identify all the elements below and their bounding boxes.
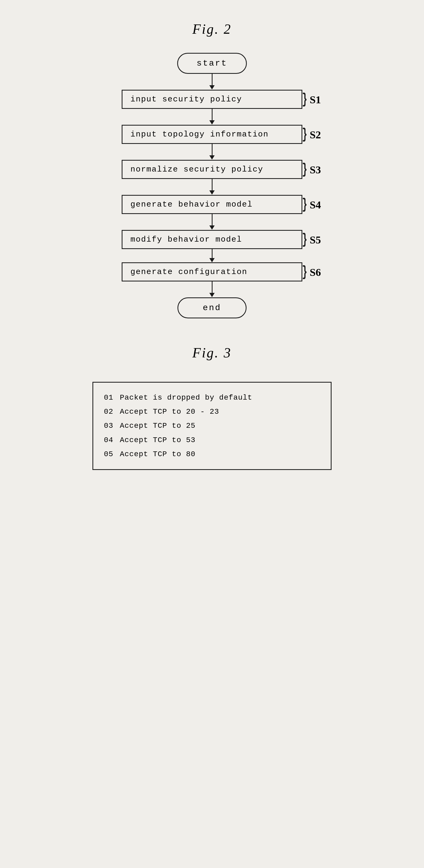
code-text-2: Accept TCP to 20 - 23 (120, 405, 219, 419)
step-row-s2: input topology information }S2 (103, 125, 321, 144)
arrow-7 (209, 281, 215, 298)
fig2-title: Fig. 2 (192, 21, 232, 37)
arrow-6 (209, 249, 215, 262)
code-line-3: 03 Accept TCP to 25 (104, 419, 320, 433)
step-s5-box: modify behavior model (122, 230, 302, 249)
code-line-5: 05 Accept TCP to 80 (104, 447, 320, 461)
step-s4-label: }S4 (300, 197, 321, 212)
arrow-5 (209, 214, 215, 230)
step-s3-box: normalize security policy (122, 160, 302, 179)
code-text-1: Packet is dropped by default (120, 391, 252, 405)
code-num-5: 05 (104, 447, 115, 461)
arrow-1 (209, 74, 215, 90)
page-container: Fig. 2 start input security policy }S1 i… (0, 0, 424, 868)
step-row-s4: generate behavior model }S4 (103, 195, 321, 214)
code-num-1: 01 (104, 391, 115, 405)
step-s3-label: }S3 (300, 162, 321, 177)
bracket-s4: } (302, 197, 307, 212)
code-text-3: Accept TCP to 25 (120, 419, 195, 433)
bracket-s1: } (302, 92, 307, 107)
code-num-4: 04 (104, 433, 115, 447)
code-line-4: 04 Accept TCP to 53 (104, 433, 320, 447)
code-text-4: Accept TCP to 53 (120, 433, 195, 447)
step-s2-label: }S2 (300, 127, 321, 142)
code-line-1: 01 Packet is dropped by default (104, 391, 320, 405)
arrow-2 (209, 109, 215, 125)
code-line-2: 02 Accept TCP to 20 - 23 (104, 405, 320, 419)
bracket-s2: } (302, 127, 307, 142)
step-s5-label: }S5 (300, 232, 321, 247)
step-s6-box: generate configuration (122, 262, 302, 281)
step-s4-box: generate behavior model (122, 195, 302, 214)
code-num-2: 02 (104, 405, 115, 419)
bracket-s3: } (302, 162, 307, 177)
flowchart: start input security policy }S1 input to… (92, 53, 332, 318)
bracket-s6: } (302, 265, 307, 279)
step-row-s5: modify behavior model }S5 (103, 230, 321, 249)
arrow-3 (209, 144, 215, 160)
step-row-s3: normalize security policy }S3 (103, 160, 321, 179)
code-num-3: 03 (104, 419, 115, 433)
step-s1-label: }S1 (300, 92, 321, 107)
step-s1-box: input security policy (122, 90, 302, 109)
step-s6-label: }S6 (300, 265, 321, 279)
fig3-title: Fig. 3 (192, 345, 232, 361)
end-oval: end (178, 298, 246, 318)
step-row-s1: input security policy }S1 (103, 90, 321, 109)
fig3-code-box: 01 Packet is dropped by default 02 Accep… (92, 382, 332, 470)
step-row-s6: generate configuration }S6 (103, 262, 321, 281)
bracket-s5: } (302, 232, 307, 247)
arrow-4 (209, 179, 215, 195)
code-text-5: Accept TCP to 80 (120, 447, 195, 461)
step-s2-box: input topology information (122, 125, 302, 144)
start-oval: start (177, 53, 247, 74)
